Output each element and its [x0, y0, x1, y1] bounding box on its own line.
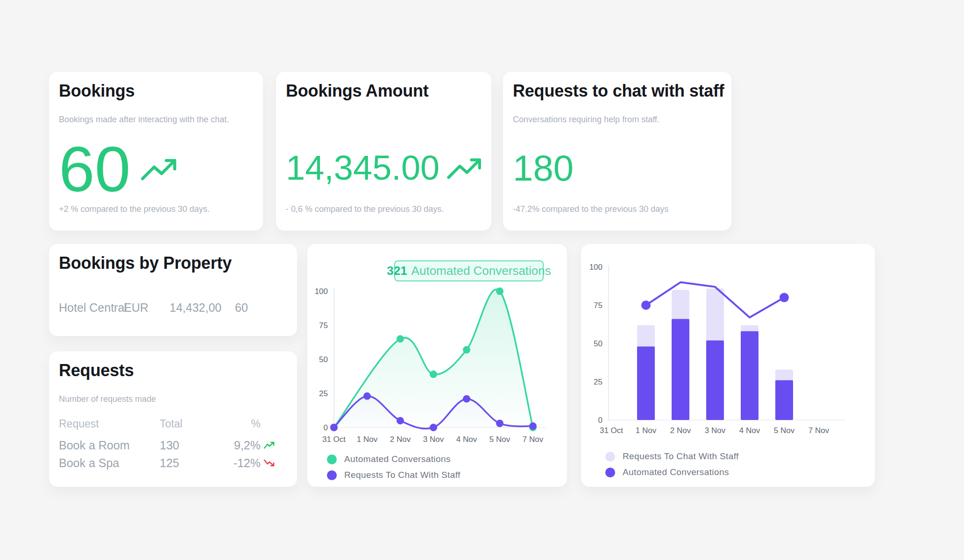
- table-row: Book a Spa 125 -12%: [59, 456, 278, 470]
- request-total: 130: [160, 439, 213, 452]
- stat-footer: -47.2% compared to the previous 30 days: [513, 204, 668, 214]
- trend-up-icon: [447, 156, 482, 180]
- request-name: Book a Spa: [59, 456, 160, 470]
- svg-text:4 Nov: 4 Nov: [456, 435, 477, 444]
- svg-text:7 Nov: 7 Nov: [523, 435, 544, 444]
- property-amount: 14,432,00: [170, 300, 221, 315]
- stat-value-row: 14,345.00: [286, 150, 482, 186]
- svg-text:25: 25: [319, 389, 328, 398]
- col-percent: %: [213, 418, 261, 430]
- table-header-row: Request Total %: [59, 417, 278, 431]
- stat-value-row: 180: [513, 150, 574, 186]
- svg-text:3 Nov: 3 Nov: [423, 435, 444, 444]
- svg-text:2 Nov: 2 Nov: [670, 426, 691, 435]
- bookings-amount-stat-card: Bookings Amount 14,345.00 - 0,6 % compar…: [276, 72, 491, 231]
- line-chart-svg: 025507510031 Oct1 Nov2 Nov3 Nov4 Nov5 No…: [307, 244, 567, 487]
- request-name: Book a Room: [59, 439, 160, 452]
- bookings-count-value: 60: [59, 137, 131, 201]
- svg-text:5 Nov: 5 Nov: [774, 426, 795, 435]
- card-title: Requests: [59, 361, 134, 380]
- green-dot-icon: [327, 455, 337, 464]
- svg-text:5 Nov: 5 Nov: [489, 435, 510, 444]
- stat-footer: - 0,6 % compared to the previous 30 days…: [286, 204, 444, 214]
- svg-text:31 Oct: 31 Oct: [322, 435, 346, 444]
- bar-chart-svg: 025507510031 Oct1 Nov2 Nov3 Nov4 Nov5 No…: [581, 244, 875, 487]
- bookings-by-property-card: Bookings by Property Hotel Central EUR 1…: [49, 244, 297, 336]
- property-bookings: 60: [235, 300, 248, 315]
- svg-text:0: 0: [598, 416, 602, 425]
- lavender-dot-icon: [605, 452, 615, 462]
- trend-icon: [261, 441, 275, 449]
- svg-text:4 Nov: 4 Nov: [739, 426, 760, 435]
- svg-text:1 Nov: 1 Nov: [636, 426, 657, 435]
- svg-text:2 Nov: 2 Nov: [390, 435, 411, 444]
- purple-dot-icon: [327, 470, 337, 480]
- bookings-amount-value: 14,345.00: [286, 151, 439, 185]
- conversations-bar-chart-card: 025507510031 Oct1 Nov2 Nov3 Nov4 Nov5 No…: [581, 244, 875, 487]
- requests-chat-value: 180: [513, 150, 574, 186]
- stat-footer: +2 % compared to the previous 30 days.: [59, 204, 210, 214]
- legend-label: Requests To Chat With Staff: [623, 451, 739, 462]
- legend-label: Automated Conversations: [623, 467, 729, 477]
- svg-text:50: 50: [319, 355, 328, 364]
- line-chart-legend: Automated Conversations Requests To Chat…: [327, 454, 461, 480]
- request-percent: 9,2%: [213, 439, 261, 452]
- table-row: Book a Room 130 9,2%: [59, 438, 278, 452]
- svg-text:75: 75: [319, 321, 328, 330]
- dashboard-page: { "page": { "background": "#f5f5f6" }, "…: [0, 0, 964, 560]
- card-title: Requests to chat with staff: [513, 81, 724, 101]
- purple-dot-icon: [605, 468, 615, 477]
- request-percent: -12%: [213, 456, 261, 470]
- card-subtitle: Number of requests made: [59, 394, 156, 404]
- card-subtitle: Bookings made after interacting with the…: [59, 115, 229, 125]
- card-title: Bookings: [59, 81, 135, 101]
- col-total: Total: [160, 418, 213, 430]
- svg-text:50: 50: [594, 339, 602, 348]
- conversations-line-chart-card: 321 Automated Conversations 025507510031…: [307, 244, 567, 487]
- svg-text:100: 100: [589, 263, 602, 272]
- svg-text:7 Nov: 7 Nov: [808, 426, 829, 435]
- svg-text:25: 25: [594, 378, 602, 386]
- legend-item-requests-to-chat[interactable]: Requests To Chat With Staff: [327, 470, 461, 480]
- legend-item-automated-conversations[interactable]: Automated Conversations: [605, 467, 739, 477]
- legend-item-requests-to-chat[interactable]: Requests To Chat With Staff: [605, 451, 739, 462]
- svg-text:0: 0: [324, 423, 328, 432]
- svg-text:75: 75: [594, 301, 602, 310]
- request-total: 125: [160, 456, 213, 470]
- svg-text:3 Nov: 3 Nov: [705, 426, 726, 435]
- requests-chat-stat-card: Requests to chat with staff Conversation…: [503, 72, 731, 231]
- property-currency: EUR: [124, 300, 149, 315]
- card-subtitle: Conversations requiring help from staff.: [513, 115, 659, 125]
- trend-up-icon: [141, 157, 177, 181]
- svg-text:31 Oct: 31 Oct: [600, 426, 623, 435]
- requests-card: Requests Number of requests made Request…: [49, 351, 297, 487]
- trend-icon: [261, 459, 275, 467]
- card-title: Bookings Amount: [286, 81, 429, 101]
- stat-value-row: 60: [59, 140, 177, 198]
- card-title: Bookings by Property: [59, 253, 232, 273]
- svg-text:100: 100: [315, 287, 328, 296]
- svg-text:1 Nov: 1 Nov: [357, 435, 378, 444]
- col-request: Request: [59, 418, 160, 430]
- legend-label: Requests To Chat With Staff: [344, 470, 461, 480]
- property-row: Hotel Central EUR 14,432,00 60: [49, 300, 297, 315]
- bookings-stat-card: Bookings Bookings made after interacting…: [49, 72, 263, 231]
- legend-label: Automated Conversations: [344, 454, 451, 464]
- bar-chart-legend: Requests To Chat With Staff Automated Co…: [605, 451, 739, 477]
- legend-item-automated-conversations[interactable]: Automated Conversations: [327, 454, 461, 464]
- property-name: Hotel Central: [59, 300, 127, 315]
